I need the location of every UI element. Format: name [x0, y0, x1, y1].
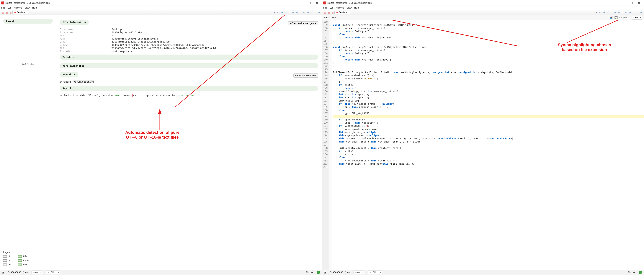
status-mode-combo[interactable]: auto	[32, 270, 42, 274]
menu-analysis-r[interactable]: Analysis	[336, 6, 344, 9]
file-tab-r[interactable]: Beml.cpp	[334, 10, 350, 14]
tb-c-icon-r[interactable]: ⧉	[606, 11, 609, 14]
tb-d-icon[interactable]: ⧉	[288, 11, 291, 14]
new-file-icon[interactable]: ▥	[5, 11, 8, 14]
fileinfo-value: b9134d9e085a927b8724b88be2626d6fb9de7409	[112, 40, 318, 43]
legend-label: Data	[23, 263, 28, 266]
minimize-button-r[interactable]: ―	[620, 0, 628, 6]
menu-file[interactable]: File	[1, 6, 5, 9]
maximize-button[interactable]: ▢	[306, 0, 313, 6]
annotation-left: Automatic detection of pure UTF-8 or UTF…	[97, 130, 208, 140]
tb-f-icon-r[interactable]: ⧉	[617, 11, 620, 14]
menu-help-r[interactable]: Help	[354, 6, 359, 9]
legend-swatch	[18, 255, 22, 258]
status-cpu-combo-r[interactable]: no CPU	[368, 270, 382, 274]
fileinfo-key: TLSH:	[60, 47, 112, 50]
legend-swatch	[3, 255, 7, 258]
menu-file-r[interactable]: File	[323, 6, 327, 9]
section-metadata: Metadata	[60, 54, 318, 60]
tb-h-icon[interactable]: ⧉	[302, 11, 306, 14]
fileinfo-value: 526ddf83ba71c31954250c432f4d057d	[112, 37, 318, 40]
fileinfo-value: ?	[112, 34, 318, 37]
menu-edit[interactable]: Edit	[8, 6, 11, 9]
toolbar-r: ▤ ▥ ▦ Beml.cpp ▾ ⧉ ⧉ ⧉ ⧉ ⧉ ⧉ ⧉ ⧉ ⧉ ⧉ ⧉ ⧉	[322, 10, 644, 15]
toolbar: ▤ ▥ ▦ Beml.cpp ▾ ⧉ ⧉ ⧉ ⧉ ⧉ ⧉ ⧉ ⧉ ⧉ ⧉ ⧉ ⧉	[0, 10, 322, 15]
fileinfo-key: MD5:	[60, 37, 112, 40]
close-button-r[interactable]: ✕	[635, 0, 643, 6]
save-icon[interactable]: 💾	[609, 16, 612, 19]
minimize-button[interactable]: ―	[298, 0, 306, 6]
section-yara: Yara signatures	[60, 63, 318, 68]
tb-e-icon-r[interactable]: ⧉	[614, 11, 617, 14]
tb-i-icon[interactable]: ⧉	[306, 11, 310, 14]
tb-j-icon[interactable]: ⧉	[310, 11, 313, 14]
tb-l-icon-r[interactable]: ⧉	[639, 11, 643, 14]
tab-label-r: Beml.cpp	[339, 11, 348, 14]
status-time: 544 ms	[306, 271, 313, 274]
source-bar: Source view 💾 ABAC Language: C++	[322, 15, 644, 20]
tb-k-icon[interactable]: ⧉	[314, 11, 317, 14]
tb-j-icon-r[interactable]: ⧉	[632, 11, 635, 14]
tb-b-icon[interactable]: ⧉	[280, 11, 284, 14]
report-text: It looks like this file only contains te…	[60, 94, 318, 98]
code-area: 158 159 160 161 162 163 164 165 166 167 …	[322, 20, 644, 270]
fileinfo-row: MD5:526ddf83ba71c31954250c432f4d057d	[60, 37, 318, 40]
tb-l-icon[interactable]: ⧉	[317, 11, 321, 14]
fileinfo-row: SHA256:903e638c5abe8f70e8712253421ebee3b…	[60, 44, 318, 46]
fileinfo-value: T1586352e5328c0dee7e9223ca6b755508de7df0…	[112, 47, 318, 50]
open-file-icon[interactable]: ▤	[1, 11, 5, 14]
status-target-icon: ▣	[2, 271, 4, 274]
tb-e-icon[interactable]: ⧉	[292, 11, 295, 14]
fileinfo-key: File name:	[60, 28, 112, 30]
tb-a-icon-r[interactable]: ⧉	[598, 11, 602, 14]
chevron-down-icon-r[interactable]: ▾	[595, 11, 598, 14]
open-file-icon-r[interactable]: ▤	[323, 11, 327, 14]
tb-g-icon-r[interactable]: ⧉	[621, 11, 624, 14]
report-mid: . Press	[121, 94, 132, 97]
status-ok-icon-r: ✓	[638, 271, 642, 274]
fileinfo-row: File size:66906 bytes (65.3 KB)	[60, 31, 318, 34]
report-pre: It looks like this file only contains	[60, 94, 115, 97]
chevron-down-icon[interactable]: ▾	[273, 11, 276, 14]
tab-dot-icon-r	[336, 12, 338, 13]
tb-b-icon-r[interactable]: ⧉	[602, 11, 606, 14]
code-view[interactable]: const BmlStyle BinaryMarkupEditor::GetSt…	[332, 20, 644, 270]
status-cpu-combo[interactable]: no CPU	[46, 270, 60, 274]
tab-label: Beml.cpp	[17, 11, 26, 14]
fileinfo-value: 66906 bytes (65.3 KB)	[112, 31, 318, 34]
menu-analysis[interactable]: Analysis	[14, 6, 22, 9]
doc-red-icon-r[interactable]: ▦	[331, 11, 334, 14]
maximize-button-r[interactable]: ▢	[628, 0, 635, 6]
tb-c-icon[interactable]: ⧉	[284, 11, 287, 14]
doc-red-icon[interactable]: ▦	[9, 11, 12, 14]
tb-h-icon-r[interactable]: ⧉	[624, 11, 628, 14]
menu-view[interactable]: View	[25, 6, 30, 9]
tb-i-icon-r[interactable]: ⧉	[628, 11, 632, 14]
legend-swatch	[18, 264, 22, 266]
abac-icon[interactable]: ABAC	[614, 16, 618, 19]
tb-f-icon[interactable]: ⧉	[295, 11, 298, 14]
menu-help[interactable]: Help	[32, 6, 37, 9]
analyse-capa-button[interactable]: ▸ Analyse with CAPA	[294, 74, 318, 78]
tb-k-icon-r[interactable]: ⧉	[636, 11, 639, 14]
tb-d-icon-r[interactable]: ⧉	[610, 11, 613, 14]
tab-dot-icon	[14, 12, 16, 13]
titlebar: Malcat Professional - C:\malcat\gui\Beml…	[0, 0, 322, 6]
new-file-icon-r[interactable]: ▥	[327, 11, 330, 14]
menu-edit-r[interactable]: Edit	[330, 6, 333, 9]
check-intelligence-button[interactable]: ▸ Check online intelligence	[288, 21, 318, 26]
legend-label: Hdr	[23, 255, 27, 258]
tb-a-icon[interactable]: ⧉	[276, 11, 280, 14]
fileinfo-value: 903e638c5abe8f70e8712253421ebee3b61276d2…	[112, 44, 318, 46]
tb-g-icon[interactable]: ⧉	[299, 11, 302, 14]
status-mode-combo-r[interactable]: auto	[354, 270, 364, 274]
summary-content: Layout (65.3 KB) Legend: RHdrWCodeRWData…	[0, 15, 322, 270]
language-label: Language:	[620, 16, 630, 19]
menu-view-r[interactable]: View	[347, 6, 352, 9]
legend: Legend: RHdrWCodeRWData	[3, 251, 53, 266]
close-button[interactable]: ✕	[313, 0, 321, 6]
file-tab[interactable]: Beml.cpp	[12, 10, 28, 14]
section-report: Report	[60, 86, 318, 91]
language-combo[interactable]: C++	[632, 16, 642, 20]
fileinfo-row: Imphash:<not computed>	[60, 50, 318, 53]
